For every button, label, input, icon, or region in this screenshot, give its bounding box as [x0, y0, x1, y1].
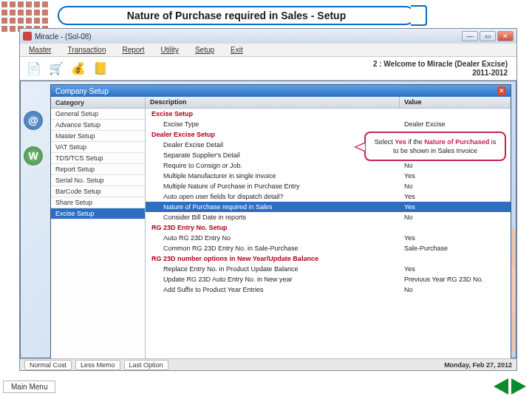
cell-description: Add Suffix to Product Year Entries: [146, 285, 400, 294]
setup-row[interactable]: Multiple Manufacturer in single invoiceY…: [146, 171, 511, 181]
column-description: Description: [146, 97, 400, 108]
cell-description: Multiple Manufacturer in single invoice: [146, 171, 400, 180]
category-item[interactable]: VAT Setup: [51, 142, 145, 153]
setup-row[interactable]: Add Suffix to Product Year EntriesNo: [146, 284, 511, 295]
close-button[interactable]: ✕: [497, 31, 514, 41]
slide-title: Nature of Purchase required in Sales - S…: [58, 6, 415, 25]
cell-value: Yes: [400, 265, 511, 273]
menubar: Master Transaction Report Utility Setup …: [20, 44, 516, 57]
section-row: RG 23D Entry No. Setup: [146, 222, 511, 233]
minimize-button[interactable]: —: [462, 31, 478, 41]
cell-description: Excise Type: [146, 120, 400, 129]
menu-exit[interactable]: Exit: [231, 46, 243, 54]
setup-row[interactable]: Require to Consign or Job.No: [146, 160, 511, 171]
welcome-text: 2 : Welcome to Miracle (Dealer Excise): [373, 60, 508, 69]
app-window: Miracle - (Sol-08) — ▭ ✕ Master Transact…: [19, 28, 517, 371]
side-icon-at[interactable]: @: [24, 111, 43, 130]
cell-description: Update RG 23D Auto Entry No. in New year: [146, 275, 400, 284]
menu-setup[interactable]: Setup: [195, 46, 214, 54]
cell-value: Yes: [400, 192, 511, 201]
setup-row[interactable]: Replace Entry No. in Product Update Bala…: [146, 264, 511, 274]
setup-row[interactable]: Excise TypeDealer Excise: [146, 119, 511, 129]
cell-value: No: [400, 182, 511, 191]
setup-row[interactable]: Auto open user fields for dispatch detai…: [146, 191, 511, 202]
decorative-dots: [1, 1, 48, 32]
cell-description: Consider Bill Date in reports: [146, 213, 400, 222]
cell-value: Yes: [400, 171, 511, 180]
status-bar: Normal Cost Less Memo Last Option Monday…: [20, 358, 516, 370]
toolbar-cart-icon[interactable]: 🛒: [48, 61, 64, 77]
main-menu-button[interactable]: Main Menu: [3, 381, 55, 393]
setup-row[interactable]: Nature of Purchase required in SalesYes: [146, 202, 511, 212]
maximize-button[interactable]: ▭: [480, 31, 496, 41]
cell-description: Common RG 23D Entry No. in Sale-Purchase: [146, 244, 400, 253]
status-btn-1[interactable]: Normal Cost: [24, 360, 72, 370]
menu-report[interactable]: Report: [122, 46, 144, 54]
dialog-close-icon[interactable]: ✕: [497, 86, 506, 95]
cell-description: Nature of Purchase required in Sales: [146, 202, 400, 211]
slide-title-tab: [411, 5, 427, 26]
app-icon: [23, 32, 32, 41]
side-icon-web[interactable]: W: [24, 146, 43, 166]
column-value: Value: [400, 97, 511, 108]
setup-row[interactable]: Update RG 23D Auto Entry No. in New year…: [146, 274, 511, 284]
cell-description: Require to Consign or Job.: [146, 161, 400, 170]
prev-arrow-icon[interactable]: [494, 378, 508, 395]
toolbar-ledger-icon[interactable]: 📒: [92, 61, 109, 77]
setup-row[interactable]: Multiple Nature of Purchase in Purchase …: [146, 181, 511, 191]
callout-tooltip: Select Yes if the Nature of Purchased is…: [364, 132, 506, 161]
cell-description: Multiple Nature of Purchase in Purchase …: [146, 182, 400, 191]
window-title: Miracle - (Sol-08): [35, 33, 92, 41]
cell-description: Dealer Excise Setup: [146, 130, 400, 139]
cell-description: Auto open user fields for dispatch detai…: [146, 192, 400, 201]
toolbar: 📄 🛒 💰 📒 2 : Welcome to Miracle (Dealer E…: [20, 57, 516, 81]
cell-value: [400, 227, 511, 228]
workspace: @ W Company Setup ✕ Category General Set…: [20, 81, 516, 358]
category-item[interactable]: Serial No. Setup: [51, 175, 145, 186]
cell-value: [400, 258, 511, 259]
cell-description: Replace Entry No. in Product Update Bala…: [146, 265, 400, 273]
category-panel: Category General SetupAdvance SetupMaste…: [51, 97, 146, 358]
category-item[interactable]: Excise Setup: [51, 208, 145, 219]
menu-transaction[interactable]: Transaction: [68, 46, 106, 54]
category-header: Category: [51, 97, 145, 109]
category-item[interactable]: Share Setup: [51, 197, 145, 208]
setup-row[interactable]: Consider Bill Date in reportsNo: [146, 212, 511, 222]
cell-value: Yes: [400, 233, 511, 242]
section-row: RG 23D number options in New Year/Update…: [146, 253, 511, 264]
setup-row[interactable]: Common RG 23D Entry No. in Sale-Purchase…: [146, 243, 511, 253]
cell-value: Sale-Purchase: [400, 244, 511, 253]
cell-description: RG 23D Entry No. Setup: [146, 223, 400, 232]
next-arrow-icon[interactable]: [511, 378, 526, 395]
category-item[interactable]: Advance Setup: [51, 120, 145, 131]
toolbar-new-icon[interactable]: 📄: [26, 61, 42, 77]
cell-value: No: [400, 213, 511, 222]
company-setup-dialog: Company Setup ✕ Category General SetupAd…: [50, 84, 511, 358]
cell-value: Dealer Excise: [400, 120, 511, 129]
cell-description: RG 23D number options in New Year/Update…: [146, 254, 400, 263]
cell-value: No: [400, 161, 511, 170]
status-date: Monday, Feb 27, 2012: [444, 361, 512, 369]
category-item[interactable]: Master Setup: [51, 131, 145, 142]
status-btn-2[interactable]: Less Memo: [75, 360, 120, 370]
category-item[interactable]: TDS/TCS Setup: [51, 153, 145, 164]
callout-tail-icon: [354, 142, 366, 152]
cell-description: Auto RG 23D Entry No: [146, 233, 400, 242]
cell-description: Excise Setup: [146, 109, 400, 118]
window-titlebar: Miracle - (Sol-08) — ▭ ✕: [20, 29, 516, 44]
cell-value: Yes: [400, 202, 511, 211]
setup-row[interactable]: Auto RG 23D Entry NoYes: [146, 233, 511, 243]
cell-value: No: [400, 285, 511, 294]
category-item[interactable]: Report Setup: [51, 164, 145, 175]
menu-utility[interactable]: Utility: [160, 46, 178, 54]
cell-value: [400, 113, 511, 115]
cell-value: Previous Year RG 23D No.: [400, 275, 511, 284]
category-item[interactable]: BarCode Setup: [51, 186, 145, 197]
dialog-title: Company Setup: [55, 87, 109, 95]
status-btn-3[interactable]: Last Option: [124, 360, 168, 370]
toolbar-bag-icon[interactable]: 💰: [70, 61, 86, 77]
menu-master[interactable]: Master: [29, 46, 52, 54]
category-item[interactable]: General Setup: [51, 109, 145, 120]
welcome-year: 2011-2012: [373, 69, 508, 78]
section-row: Excise Setup: [146, 109, 511, 119]
